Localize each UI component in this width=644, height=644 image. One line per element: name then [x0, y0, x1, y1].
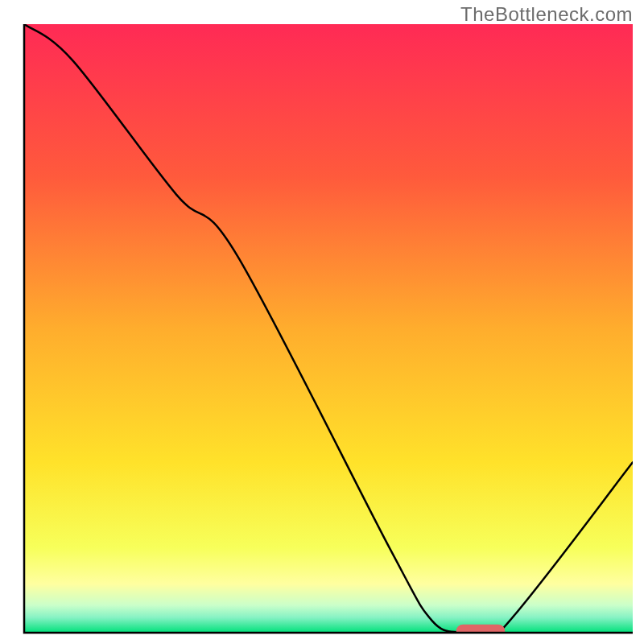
- chart-container: TheBottleneck.com: [0, 0, 644, 644]
- watermark-text: TheBottleneck.com: [460, 3, 633, 26]
- chart-svg: [0, 0, 644, 644]
- optimal-marker: [456, 625, 505, 638]
